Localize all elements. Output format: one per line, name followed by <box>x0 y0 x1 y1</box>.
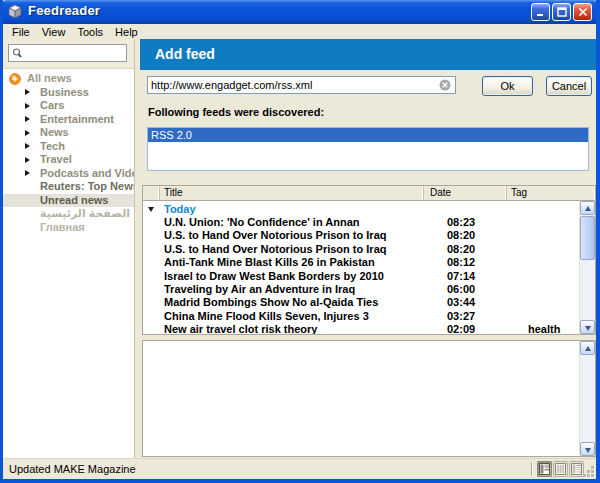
ok-button[interactable]: Ok <box>482 76 533 96</box>
headlines-table: Title Date Tag Today U.N. Union: 'No Co <box>142 185 596 335</box>
headline-title: U.S. to Hand Over Notorious Prison to Ir… <box>160 243 441 256</box>
headline-tag <box>524 256 579 269</box>
sidebar-item-label: Business <box>40 86 134 100</box>
sidebar-item-all-news[interactable]: All news <box>3 72 134 86</box>
close-icon <box>578 7 588 17</box>
sidebar-item-label: Entertainment <box>40 113 134 127</box>
headline-tag <box>524 283 579 296</box>
headline-tag <box>524 243 579 256</box>
resize-grip[interactable] <box>583 466 596 479</box>
headline-date: 07:14 <box>441 270 524 283</box>
table-row[interactable]: Israel to Draw West Bank Borders by 2010… <box>143 270 579 283</box>
discovered-feed-item[interactable]: RSS 2.0 <box>148 128 588 142</box>
headline-title: Traveling by Air an Adventure in Iraq <box>160 283 441 296</box>
expand-arrow-icon[interactable] <box>25 103 30 109</box>
search-input[interactable] <box>8 44 127 62</box>
table-row[interactable]: Madrid Bombings Show No al-Qaida Ties 03… <box>143 296 579 309</box>
minimize-button[interactable] <box>531 3 550 21</box>
minimize-icon <box>536 7 546 17</box>
table-body: Today U.N. Union: 'No Confidence' in Ann… <box>143 201 595 334</box>
sidebar-item-reuters-top-news[interactable]: Reuters: Top News <box>3 180 134 194</box>
collapse-arrow-icon[interactable] <box>148 207 154 212</box>
sidebar-item-arabic-home[interactable]: الصفحة الرئيسية <box>3 207 134 221</box>
sidebar-item-label: Unread news <box>40 194 134 208</box>
headline-date: 08:20 <box>441 243 524 256</box>
sidebar-item-label: Cars <box>40 99 134 113</box>
table-row[interactable]: U.S. to Hand Over Notorious Prison to Ir… <box>143 243 579 256</box>
article-preview-pane[interactable] <box>142 340 596 457</box>
sidebar-item-news[interactable]: News <box>3 126 134 140</box>
sidebar-item-travel[interactable]: Travel <box>3 153 134 167</box>
window-title: Feedreader <box>28 3 100 18</box>
scroll-up-button[interactable] <box>580 341 595 355</box>
column-header-title[interactable]: Title <box>160 186 424 200</box>
cancel-button[interactable]: Cancel <box>546 76 592 96</box>
scroll-up-button[interactable] <box>580 201 595 215</box>
column-header-date[interactable]: Date <box>424 186 507 200</box>
sidebar-item-tech[interactable]: Tech <box>3 140 134 154</box>
headline-tag <box>524 310 579 323</box>
table-row[interactable]: Anti-Tank Mine Blast Kills 26 in Pakista… <box>143 256 579 269</box>
table-scrollbar[interactable] <box>579 201 595 334</box>
headline-date: 06:00 <box>441 283 524 296</box>
feed-url-input[interactable] <box>147 76 456 94</box>
menu-tools[interactable]: Tools <box>71 26 109 38</box>
sidebar-item-entertainment[interactable]: Entertainment <box>3 113 134 127</box>
close-button[interactable] <box>573 3 592 21</box>
scroll-down-button[interactable] <box>580 442 595 456</box>
headline-date: 08:20 <box>441 229 524 242</box>
menu-file[interactable]: File <box>6 26 36 38</box>
scroll-down-button[interactable] <box>580 320 595 334</box>
expand-arrow-icon[interactable] <box>25 157 30 163</box>
headlines-view-button[interactable] <box>569 461 584 477</box>
status-bar: Updated MAKE Magazine <box>3 458 596 479</box>
expand-arrow-icon[interactable] <box>25 170 30 176</box>
all-news-icon <box>9 73 21 85</box>
add-feed-header: Add feed <box>140 39 596 70</box>
normal-view-icon <box>539 463 550 475</box>
sidebar-item-glavnaya[interactable]: Главная <box>3 221 134 235</box>
expand-arrow-icon[interactable] <box>25 89 30 95</box>
expand-arrow-icon[interactable] <box>25 143 30 149</box>
headline-title: Anti-Tank Mine Blast Kills 26 in Pakista… <box>160 256 441 269</box>
headline-tag <box>524 229 579 242</box>
sidebar-item-cars[interactable]: Cars <box>3 99 134 113</box>
newspaper-view-button[interactable] <box>553 461 568 477</box>
menu-view[interactable]: View <box>36 26 72 38</box>
normal-view-button[interactable] <box>537 461 552 477</box>
expand-arrow-icon[interactable] <box>25 116 30 122</box>
headline-tag <box>524 216 579 229</box>
sidebar-item-label: News <box>40 126 134 140</box>
sidebar-item-label: الصفحة الرئيسية <box>40 207 134 221</box>
table-row[interactable]: U.S. to Hand Over Notorious Prison to Ir… <box>143 229 579 242</box>
headline-date: 03:27 <box>441 310 524 323</box>
table-row[interactable]: China Mine Flood Kills Seven, Injures 3 … <box>143 310 579 323</box>
menu-bar: File View Tools Help <box>3 24 596 39</box>
headline-date: 08:23 <box>441 216 524 229</box>
table-row[interactable]: New air travel clot risk theory 02:09 he… <box>143 323 579 334</box>
preview-scrollbar[interactable] <box>579 341 595 456</box>
headline-date: 02:09 <box>441 323 524 334</box>
feed-tree: All news Business Cars Entertainment New… <box>3 69 134 234</box>
headline-tag: health <box>524 323 579 334</box>
table-row[interactable]: U.N. Union: 'No Confidence' in Annan 08:… <box>143 216 579 229</box>
sidebar-item-unread-news[interactable]: Unread news <box>3 194 134 208</box>
sidebar-item-label: Главная <box>40 221 134 235</box>
menu-help[interactable]: Help <box>109 26 144 38</box>
headlines-view-icon <box>571 463 582 475</box>
column-header-icon[interactable] <box>143 186 160 200</box>
maximize-button[interactable] <box>552 3 571 21</box>
table-row[interactable]: Traveling by Air an Adventure in Iraq 06… <box>143 283 579 296</box>
expand-arrow-icon[interactable] <box>25 130 30 136</box>
scrollbar-thumb[interactable] <box>580 216 595 260</box>
clear-input-icon[interactable] <box>439 79 451 91</box>
headline-tag <box>524 296 579 309</box>
sidebar-item-business[interactable]: Business <box>3 86 134 100</box>
group-row-today[interactable]: Today <box>143 202 579 216</box>
newspaper-view-icon <box>555 463 566 475</box>
sidebar-item-podcasts[interactable]: Podcasts and Videoc... <box>3 167 134 181</box>
title-bar[interactable]: Feedreader <box>0 0 600 24</box>
sidebar-item-label: Podcasts and Videoc... <box>40 167 134 181</box>
column-header-tag[interactable]: Tag <box>507 186 595 200</box>
sidebar-item-label: Travel <box>40 153 134 167</box>
